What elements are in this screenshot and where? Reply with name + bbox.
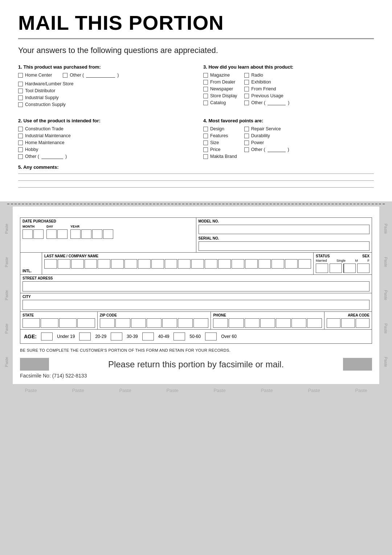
q3-exhibition-checkbox[interactable] [244, 80, 249, 85]
state-box-4[interactable] [77, 318, 95, 328]
q2-hobby-checkbox[interactable] [18, 147, 23, 152]
name-box[interactable] [191, 259, 204, 269]
area-box-2[interactable] [341, 318, 355, 328]
q3-previous-usage-checkbox[interactable] [244, 94, 249, 98]
q4-durability-checkbox[interactable] [244, 134, 249, 138]
q4-size-checkbox[interactable] [203, 140, 208, 145]
day-box-1[interactable] [46, 229, 57, 239]
zip-box-1[interactable] [100, 318, 115, 328]
name-box[interactable] [298, 259, 311, 269]
year-box-1[interactable] [70, 229, 81, 239]
phone-box-5[interactable] [276, 318, 291, 328]
area-box-1[interactable] [327, 318, 340, 328]
q4-makita: Makita Brand [203, 154, 237, 159]
zip-box-6[interactable] [178, 318, 193, 328]
q1-home-center-checkbox[interactable] [18, 73, 23, 78]
age-box-over60[interactable] [205, 332, 217, 340]
q4-price-checkbox[interactable] [203, 147, 208, 152]
zip-box-2[interactable] [115, 318, 130, 328]
zip-box-7[interactable] [193, 318, 208, 328]
q4-other-checkbox[interactable] [244, 147, 249, 152]
name-box[interactable] [245, 259, 258, 269]
age-box-50-60[interactable] [173, 332, 185, 340]
street-input[interactable] [23, 281, 369, 291]
serial-input[interactable] [199, 241, 370, 251]
zip-cell: ZIP CODE [98, 312, 211, 329]
name-box[interactable] [58, 259, 70, 269]
q2-other-checkbox[interactable] [18, 154, 23, 159]
q3-magazine-checkbox[interactable] [203, 73, 208, 78]
zip-box-3[interactable] [131, 318, 146, 328]
area-box-3[interactable] [356, 318, 369, 328]
city-input[interactable] [23, 300, 369, 310]
q1-construction-checkbox[interactable] [18, 102, 23, 107]
name-box[interactable] [111, 259, 124, 269]
q4-power-checkbox[interactable] [244, 140, 249, 145]
phone-box-6[interactable] [291, 318, 306, 328]
name-box[interactable] [138, 259, 151, 269]
month-box-2[interactable] [33, 229, 44, 239]
q3-newspaper-checkbox[interactable] [203, 87, 208, 91]
state-box-2[interactable] [41, 318, 58, 328]
phone-box-4[interactable] [260, 318, 275, 328]
name-box[interactable] [85, 259, 97, 269]
married-box[interactable] [316, 264, 328, 273]
model-input[interactable] [199, 225, 370, 234]
q3-other-checkbox[interactable] [244, 101, 249, 105]
name-box[interactable] [258, 259, 271, 269]
day-box-2[interactable] [57, 229, 68, 239]
year-box-4[interactable] [103, 229, 113, 239]
date-cell: DATE PURCHASED MONTH DAY [20, 218, 196, 252]
q2-industrial-maint-checkbox[interactable] [18, 134, 23, 138]
month-box-1[interactable] [23, 229, 33, 239]
q4-design-checkbox[interactable] [203, 127, 208, 131]
q3-radio-checkbox[interactable] [244, 73, 249, 78]
name-box[interactable] [232, 259, 244, 269]
f-box[interactable] [357, 264, 369, 273]
q1-tool-checkbox[interactable] [18, 89, 23, 93]
name-box[interactable] [218, 259, 231, 269]
zip-box-4[interactable] [147, 318, 162, 328]
name-box[interactable] [44, 259, 57, 269]
year-box-3[interactable] [92, 229, 102, 239]
name-box[interactable] [205, 259, 217, 269]
name-box[interactable] [178, 259, 191, 269]
q3-from-dealer-checkbox[interactable] [203, 80, 208, 85]
title-divider [18, 38, 374, 39]
q2-home-maint-checkbox[interactable] [18, 140, 23, 145]
q3-from-friend-checkbox[interactable] [244, 87, 249, 91]
phone-box-7[interactable] [307, 318, 322, 328]
q3-store-display-checkbox[interactable] [203, 94, 208, 98]
q4-repair-checkbox[interactable] [244, 127, 249, 131]
m-box[interactable] [343, 264, 356, 273]
return-row: Please return this portion by facsimile … [20, 358, 372, 371]
single-box[interactable] [330, 264, 342, 273]
age-box-20-29[interactable] [79, 332, 91, 340]
q3-catalog-checkbox[interactable] [203, 101, 208, 105]
state-box-1[interactable] [23, 318, 40, 328]
name-box[interactable] [71, 259, 84, 269]
state-box-3[interactable] [59, 318, 77, 328]
q4-features-checkbox[interactable] [203, 134, 208, 138]
name-box[interactable] [165, 259, 177, 269]
q4-makita-checkbox[interactable] [203, 154, 208, 159]
q2-construction-trade-checkbox[interactable] [18, 127, 23, 131]
name-box[interactable] [98, 259, 110, 269]
q1-industrial-checkbox[interactable] [18, 95, 23, 100]
age-box-40-49[interactable] [142, 332, 154, 340]
age-box-30-39[interactable] [111, 332, 122, 340]
q1-hardware-checkbox[interactable] [18, 82, 23, 86]
zip-box-5[interactable] [162, 318, 177, 328]
name-box[interactable] [285, 259, 298, 269]
year-box-2[interactable] [81, 229, 91, 239]
q1-other-checkbox[interactable] [63, 73, 68, 78]
phone-box-3[interactable] [245, 318, 260, 328]
q4-other-input [268, 147, 286, 152]
q4-repair: Repair Service [244, 126, 289, 131]
name-box[interactable] [151, 259, 164, 269]
name-box[interactable] [124, 259, 137, 269]
name-box[interactable] [271, 259, 284, 269]
phone-box-1[interactable] [213, 318, 228, 328]
phone-box-2[interactable] [229, 318, 244, 328]
age-box-under19[interactable] [41, 332, 53, 340]
